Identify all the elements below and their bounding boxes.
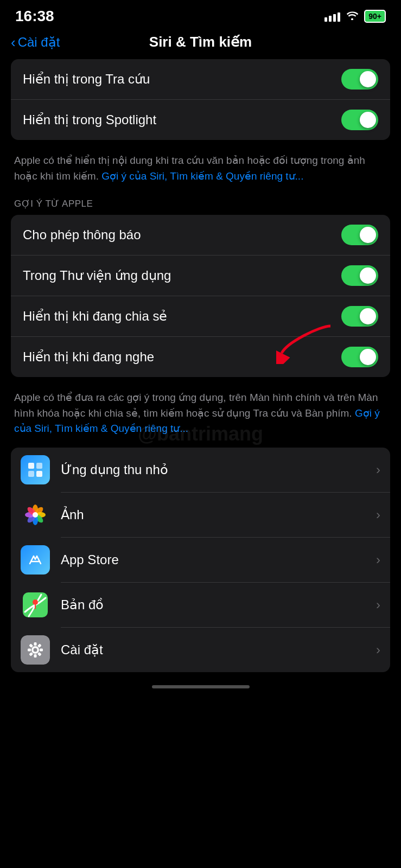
toggle-hien-thi-spotlight[interactable] bbox=[341, 110, 378, 130]
list-item-app-store[interactable]: App Store › bbox=[11, 538, 390, 582]
bottom-privacy-link[interactable]: Gợi ý của Siri, Tìm kiếm & Quyền riêng t… bbox=[14, 407, 380, 435]
row-hien-thi-nghe[interactable]: Hiển thị khi đang nghe bbox=[11, 336, 390, 377]
label-hien-thi-nghe: Hiển thị khi đang nghe bbox=[23, 349, 154, 365]
main-content: Hiển thị trong Tra cứu Hiển thị trong Sp… bbox=[0, 59, 401, 699]
toggle-trong-thu-vien[interactable] bbox=[341, 265, 378, 286]
back-button[interactable]: ‹ Cài đặt bbox=[11, 35, 60, 50]
row-cho-phep-thong-bao[interactable]: Cho phép thông báo bbox=[11, 215, 390, 255]
photos-app-icon bbox=[21, 500, 50, 529]
toggle-hien-thi-nghe[interactable] bbox=[341, 347, 378, 367]
svg-rect-4 bbox=[36, 471, 42, 477]
top-description: Apple có thể hiển thị nội dung khi tra c… bbox=[11, 148, 390, 195]
middle-toggles-card: Cho phép thông báo Trong Thư viện ứng dụ… bbox=[11, 215, 390, 377]
svg-point-20 bbox=[34, 648, 37, 652]
svg-point-17 bbox=[33, 599, 38, 605]
maps-app-icon bbox=[21, 590, 50, 620]
settings-app-icon bbox=[21, 635, 50, 665]
label-hien-thi-chia-se: Hiển thị khi đang chia sẻ bbox=[23, 309, 167, 324]
svg-rect-27 bbox=[28, 648, 31, 651]
row-trong-thu-vien[interactable]: Trong Thư viện ứng dụng bbox=[11, 255, 390, 296]
row-hien-thi-spotlight[interactable]: Hiển thị trong Spotlight bbox=[11, 99, 390, 140]
label-app-store: App Store bbox=[61, 552, 376, 567]
chevron-app-store: › bbox=[376, 552, 380, 567]
home-indicator bbox=[152, 685, 250, 688]
app-list-card: Ứng dụng thu nhỏ › bbox=[11, 448, 390, 672]
shortcuts-app-icon bbox=[21, 455, 50, 484]
toggle-cho-phep-thong-bao[interactable] bbox=[341, 225, 378, 245]
list-item-shortcuts[interactable]: Ứng dụng thu nhỏ › bbox=[11, 448, 390, 492]
label-cho-phep-thong-bao: Cho phép thông báo bbox=[23, 227, 141, 242]
chevron-ban-do: › bbox=[376, 597, 380, 612]
label-ban-do: Bản đồ bbox=[61, 597, 376, 612]
chevron-anh: › bbox=[376, 507, 380, 522]
bottom-description: Apple có thể đưa ra các gợi ý trong ứng … bbox=[11, 385, 390, 448]
status-time: 16:38 bbox=[15, 8, 54, 25]
label-anh: Ảnh bbox=[61, 507, 376, 522]
toggle-hien-thi-tra-cuu[interactable] bbox=[341, 69, 378, 90]
svg-rect-3 bbox=[28, 471, 34, 477]
appstore-app-icon bbox=[21, 545, 50, 575]
signal-bars-icon bbox=[324, 11, 340, 22]
svg-rect-1 bbox=[28, 463, 34, 469]
svg-rect-25 bbox=[34, 654, 37, 658]
section-header-apple: GỢI Ý TỪ APPLE bbox=[11, 195, 390, 215]
top-toggles-card: Hiển thị trong Tra cứu Hiển thị trong Sp… bbox=[11, 59, 390, 140]
top-privacy-link[interactable]: Gợi ý của Siri, Tìm kiếm & Quyền riêng t… bbox=[101, 170, 303, 182]
row-hien-thi-chia-se[interactable]: Hiển thị khi đang chia sẻ bbox=[11, 296, 390, 336]
label-hien-thi-spotlight: Hiển thị trong Spotlight bbox=[23, 112, 156, 127]
row-hien-thi-tra-cuu[interactable]: Hiển thị trong Tra cứu bbox=[11, 59, 390, 99]
chevron-cai-dat: › bbox=[376, 642, 380, 658]
label-cai-dat: Cài đặt bbox=[61, 642, 376, 658]
label-ung-dung-thu-nho: Ứng dụng thu nhỏ bbox=[61, 462, 376, 477]
chevron-ung-dung-thu-nho: › bbox=[376, 462, 380, 477]
status-icons: 90+ bbox=[324, 10, 386, 23]
list-item-photos[interactable]: Ảnh › bbox=[11, 493, 390, 537]
svg-rect-2 bbox=[36, 463, 42, 469]
toggle-hien-thi-chia-se[interactable] bbox=[341, 306, 378, 327]
list-item-maps[interactable]: Bản đồ › bbox=[11, 583, 390, 627]
svg-rect-23 bbox=[40, 648, 43, 651]
svg-rect-21 bbox=[34, 642, 37, 646]
status-bar: 16:38 90+ bbox=[0, 0, 401, 29]
home-indicator-area bbox=[11, 680, 390, 699]
svg-point-14 bbox=[33, 512, 38, 518]
back-label: Cài đặt bbox=[18, 35, 60, 50]
nav-bar: ‹ Cài đặt Siri & Tìm kiếm bbox=[0, 29, 401, 59]
battery-indicator: 90+ bbox=[364, 10, 386, 23]
page-title: Siri & Tìm kiếm bbox=[149, 34, 252, 50]
back-chevron-icon: ‹ bbox=[11, 35, 16, 49]
list-item-settings[interactable]: Cài đặt › bbox=[11, 628, 390, 672]
label-hien-thi-tra-cuu: Hiển thị trong Tra cứu bbox=[23, 72, 150, 87]
label-trong-thu-vien: Trong Thư viện ứng dụng bbox=[23, 268, 171, 283]
wifi-icon bbox=[346, 10, 359, 23]
middle-section-wrapper: Cho phép thông báo Trong Thư viện ứng dụ… bbox=[11, 215, 390, 377]
